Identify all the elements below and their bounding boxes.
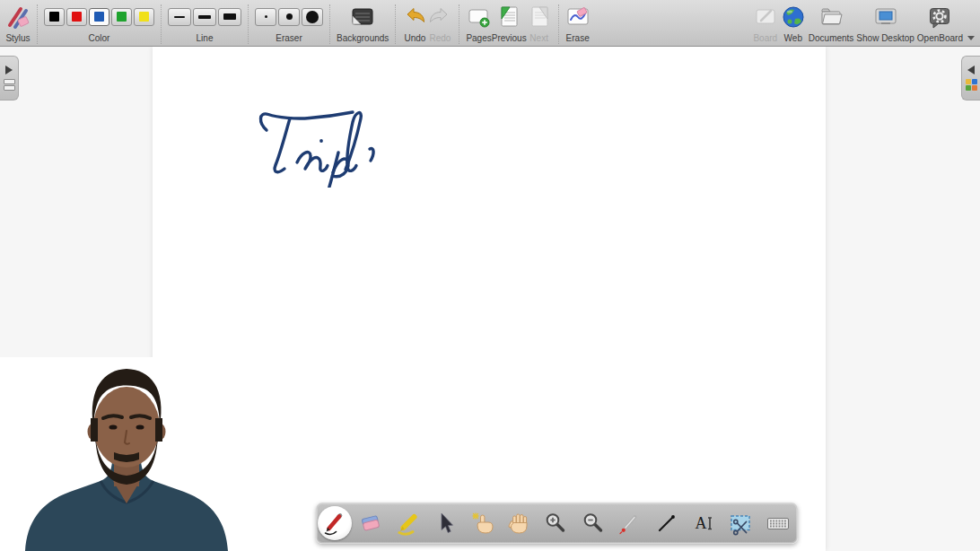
pages-button[interactable]: Pages (466, 3, 491, 46)
web-label: Web (784, 33, 802, 43)
erase-icon (565, 3, 591, 31)
line-icon (653, 510, 680, 537)
next-page-label: Next (529, 33, 548, 43)
bottom-tool-dock: A (316, 503, 798, 544)
text-icon: A (690, 510, 717, 537)
tool-zoom-in-button[interactable] (538, 505, 573, 541)
toolbar-separator (248, 4, 249, 44)
show-desktop-button[interactable]: Show Desktop (856, 3, 914, 46)
line-label: Line (197, 33, 214, 43)
open-hand-icon (505, 510, 532, 537)
backgrounds-button[interactable]: Backgrounds (337, 3, 389, 46)
arrow-cursor-icon (432, 510, 459, 537)
color-swatch-black[interactable] (44, 8, 65, 26)
web-button[interactable]: Web (781, 3, 806, 46)
eraser-group: Eraser (255, 3, 323, 46)
board-button[interactable]: Board (753, 3, 778, 46)
capture-scissors-icon (727, 510, 754, 537)
redo-label: Redo (429, 33, 451, 43)
previous-page-button[interactable]: Previous (492, 3, 527, 46)
zoom-out-icon (580, 510, 607, 537)
eraser-label: Eraser (276, 33, 302, 43)
tool-eraser-button[interactable] (353, 505, 389, 541)
line-group: Line (168, 3, 241, 46)
undo-button[interactable]: Undo (402, 3, 427, 46)
backgrounds-icon (350, 3, 375, 31)
redo-icon (427, 3, 452, 31)
stylus-button[interactable]: Stylus (5, 3, 31, 46)
toolbar-separator (161, 4, 162, 44)
toolbar-separator (37, 4, 38, 44)
openboard-menu-button[interactable]: OpenBoard (917, 3, 963, 46)
svg-text:A: A (696, 514, 707, 532)
eraser-large-button[interactable] (302, 8, 323, 26)
color-label: Color (89, 33, 110, 43)
tool-capture-button[interactable] (722, 505, 758, 541)
eraser-small-button[interactable] (255, 8, 276, 26)
documents-button[interactable]: Documents (809, 3, 854, 46)
next-page-icon (527, 3, 552, 31)
line-medium-button[interactable] (193, 8, 216, 26)
tool-zoom-out-button[interactable] (575, 505, 611, 541)
tool-interact-button[interactable] (464, 505, 500, 541)
color-swatch-blue[interactable] (89, 8, 109, 26)
erase-button[interactable]: Erase (565, 3, 591, 46)
laser-pointer-icon (617, 510, 643, 537)
tool-virtual-keyboard-button[interactable] (760, 505, 796, 541)
color-group: Color (44, 3, 154, 46)
pages-icon (467, 3, 492, 31)
right-library-tab-toggle[interactable] (961, 56, 980, 101)
documents-folder-icon (818, 3, 844, 31)
presenter-portrait (0, 357, 255, 551)
redo-button[interactable]: Redo (427, 3, 452, 46)
toolbar-right-cluster: Board Web Docu (753, 3, 975, 46)
toolbar-separator (395, 4, 396, 44)
pointing-hand-icon (468, 510, 495, 537)
undo-icon (402, 3, 427, 31)
tool-selector-button[interactable] (427, 505, 463, 541)
board-icon (753, 3, 778, 31)
color-swatch-green[interactable] (111, 8, 132, 26)
tool-text-button[interactable]: A (686, 505, 722, 541)
line-thin-button[interactable] (168, 8, 191, 26)
line-thick-button[interactable] (218, 8, 241, 26)
color-swatch-yellow[interactable] (134, 8, 154, 26)
toolbar-overflow-chevron-icon[interactable] (967, 36, 975, 40)
toolbar-separator (329, 4, 330, 44)
color-swatch-red[interactable] (66, 8, 87, 26)
openboard-gear-icon (927, 3, 952, 31)
keyboard-icon (765, 510, 792, 537)
previous-page-icon (496, 3, 521, 31)
show-desktop-monitor-icon (873, 3, 898, 31)
expand-left-icon (967, 66, 975, 74)
next-page-button[interactable]: Next (527, 3, 552, 46)
toolbar-separator (459, 4, 459, 44)
pages-label: Pages (466, 33, 491, 43)
stylus-label: Stylus (5, 33, 30, 43)
top-toolbar: Stylus Color Line Eraser (0, 0, 980, 47)
expand-right-icon (5, 66, 13, 74)
left-library-tab-toggle[interactable] (0, 56, 19, 101)
highlighter-icon (395, 510, 422, 537)
erase-label: Erase (566, 33, 590, 43)
documents-label: Documents (809, 33, 854, 43)
previous-page-label: Previous (492, 33, 527, 43)
web-globe-icon (781, 3, 806, 31)
webcam-overlay (0, 357, 255, 551)
tool-pen-button[interactable] (318, 506, 352, 540)
board-label: Board (753, 33, 777, 43)
stylus-icon (5, 3, 31, 31)
tool-laser-pointer-button[interactable] (612, 505, 648, 541)
show-desktop-label: Show Desktop (856, 33, 914, 43)
tool-hand-button[interactable] (501, 505, 537, 541)
undo-label: Undo (404, 33, 425, 43)
pages-stack-icon (4, 79, 15, 91)
toolbar-separator (558, 4, 559, 44)
tool-highlighter-button[interactable] (390, 505, 426, 541)
eraser-medium-button[interactable] (278, 8, 300, 26)
pen-icon (321, 510, 348, 537)
tool-line-button[interactable] (649, 505, 685, 541)
backgrounds-label: Backgrounds (337, 33, 389, 43)
handwriting-stroke-tripl (256, 102, 390, 188)
zoom-in-icon (542, 510, 569, 537)
